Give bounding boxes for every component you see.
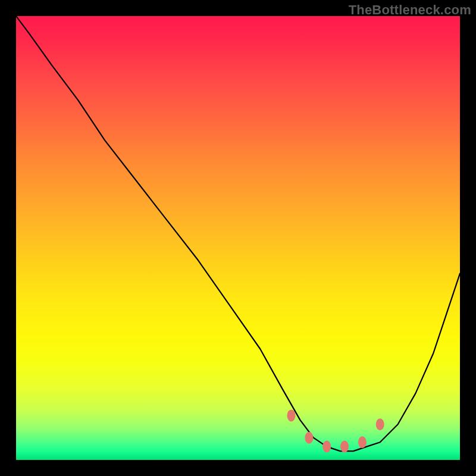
- optimal-marker: [340, 441, 349, 453]
- optimal-marker: [376, 418, 384, 430]
- curve-layer: [16, 16, 460, 460]
- optimal-marker: [322, 441, 331, 453]
- plot-area: [16, 16, 460, 460]
- chart-frame: TheBottleneck.com: [0, 0, 476, 476]
- optimal-marker: [305, 432, 313, 444]
- optimal-marker: [358, 436, 367, 448]
- bottleneck-curve: [16, 16, 460, 451]
- watermark-text: TheBottleneck.com: [349, 2, 471, 18]
- optimal-marker: [287, 409, 296, 421]
